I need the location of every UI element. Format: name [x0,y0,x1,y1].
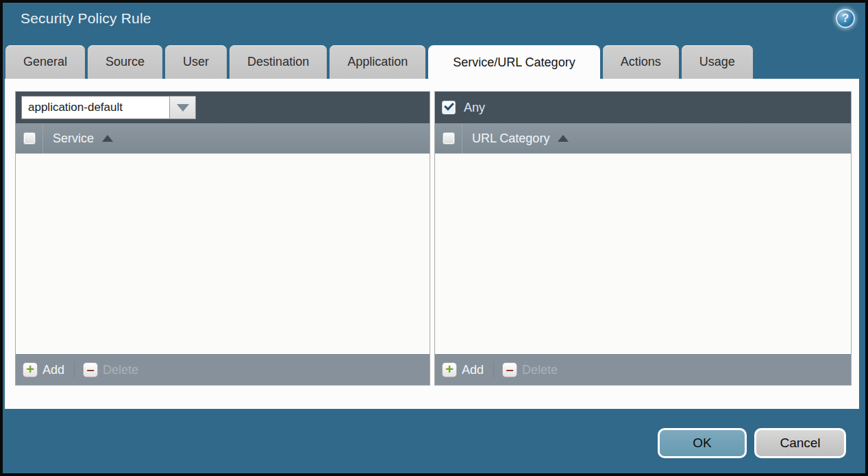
add-button-label: Add [42,363,64,377]
security-policy-rule-dialog: Security Policy Rule ? GeneralSourceUser… [0,0,868,476]
footer-divider [74,362,75,378]
add-icon: + [23,362,38,377]
url-category-panel-topbar: Any [435,92,851,123]
tab-content: application-default Service + [5,79,859,409]
service-type-dropdown[interactable]: application-default [21,96,196,119]
delete-icon: – [502,362,517,377]
service-select-all-checkbox[interactable] [23,132,36,145]
tab-destination[interactable]: Destination [230,45,327,79]
url-category-panel: Any URL Category + Add [434,91,852,386]
tab-user[interactable]: User [165,45,227,79]
url-category-panel-footer: + Add – Delete [435,354,851,385]
service-panel: application-default Service + [15,91,430,386]
dialog-title: Security Policy Rule [21,10,151,27]
tab-bar: GeneralSourceUserDestinationApplicationS… [5,45,753,79]
url-category-add-button[interactable]: + Add [442,362,484,377]
tab-actions[interactable]: Actions [603,45,679,79]
service-list [16,154,430,354]
tab-service-url-category[interactable]: Service/URL Category [428,45,599,80]
delete-button-label: Delete [103,363,138,377]
question-mark-glyph: ? [842,12,849,25]
url-category-select-all-checkbox[interactable] [443,132,455,145]
service-select-all-cell [16,123,43,153]
help-icon[interactable]: ? [836,9,855,28]
tab-general[interactable]: General [5,45,85,79]
cancel-button[interactable]: Cancel [754,428,846,458]
footer-divider [493,362,494,378]
delete-button-label: Delete [522,363,558,377]
sort-ascending-icon [558,135,569,142]
tab-source[interactable]: Source [88,45,162,79]
service-column-header: Service [16,123,430,154]
service-column-label: Service [53,131,94,146]
service-delete-button[interactable]: – Delete [83,362,138,377]
service-panel-topbar: application-default [16,92,430,123]
service-type-dropdown-button[interactable] [169,96,196,119]
chevron-down-icon [177,104,189,112]
service-column-sort[interactable]: Service [43,131,113,146]
service-type-dropdown-value[interactable]: application-default [21,96,169,119]
add-button-label: Add [462,363,484,377]
sort-ascending-icon [102,135,113,142]
url-category-column-label: URL Category [472,131,549,146]
checkmark-icon [444,101,454,111]
any-row: Any [441,101,485,115]
any-checkbox[interactable] [442,101,456,114]
url-category-delete-button[interactable]: – Delete [502,362,558,377]
ok-button[interactable]: OK [658,428,747,458]
delete-icon: – [83,362,98,377]
service-panel-footer: + Add – Delete [16,354,430,385]
url-category-list [435,154,851,354]
tab-application[interactable]: Application [330,45,425,79]
service-add-button[interactable]: + Add [23,362,64,377]
add-icon: + [442,362,457,377]
url-category-column-sort[interactable]: URL Category [462,131,569,146]
tab-usage[interactable]: Usage [682,45,753,79]
any-label: Any [464,101,485,115]
url-category-column-header: URL Category [435,123,851,154]
url-category-select-all-cell [435,123,462,153]
